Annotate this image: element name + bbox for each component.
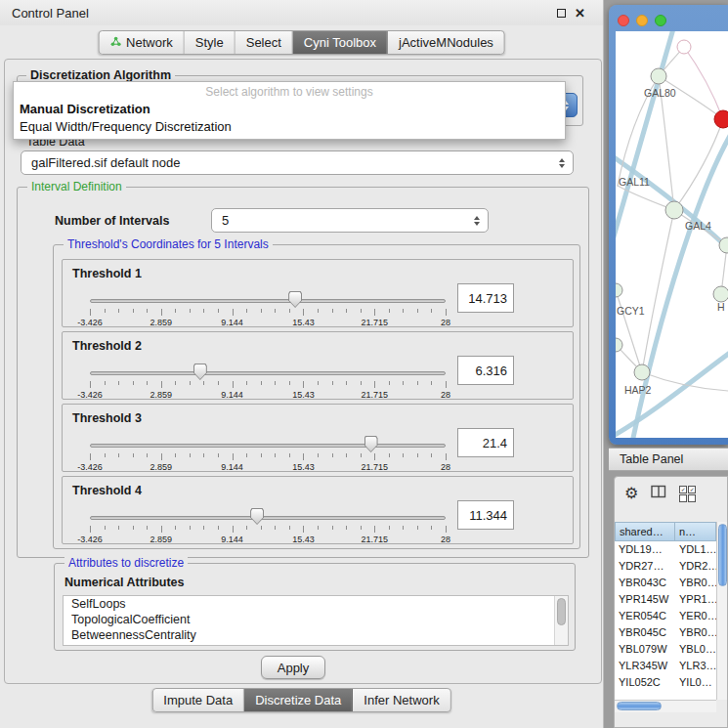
network-node[interactable]: [651, 68, 666, 84]
minimize-traffic-light-icon[interactable]: [636, 15, 648, 26]
table-row[interactable]: YBR045CYBR0…: [615, 624, 716, 641]
network-canvas[interactable]: GAL80GAL11GAL4GCY1HHAP2: [616, 31, 728, 438]
network-node[interactable]: [713, 286, 728, 302]
close-traffic-light-icon[interactable]: [618, 15, 629, 26]
table-panel-titlebar[interactable]: Table Panel: [609, 448, 728, 471]
columns-icon[interactable]: [651, 485, 666, 502]
slider-track[interactable]: [90, 371, 446, 375]
threshold-slider[interactable]: -3.4262.8599.14415.4321.71528: [90, 506, 446, 543]
zoom-traffic-light-icon[interactable]: [655, 15, 666, 26]
tab-select[interactable]: Select: [236, 31, 293, 54]
table-cell[interactable]: YDL1…: [675, 541, 716, 558]
attribute-item[interactable]: TopologicalCoefficient: [64, 612, 568, 627]
column-header[interactable]: n…: [675, 522, 716, 541]
select-columns-icon[interactable]: ✓ ✓: [679, 486, 696, 502]
network-node[interactable]: [616, 283, 622, 297]
tab-style[interactable]: Style: [185, 31, 236, 54]
table-row[interactable]: YER054CYER0…: [615, 608, 716, 624]
table-cell[interactable]: YBL079W: [615, 641, 675, 658]
table-row[interactable]: YLR345WYLR3…: [615, 658, 716, 674]
network-edge[interactable]: [616, 31, 674, 250]
table-cell[interactable]: YDL19…: [615, 541, 675, 558]
tab-impute-data[interactable]: Impute Data: [152, 689, 244, 711]
table-cell[interactable]: YBR045C: [615, 624, 675, 641]
threshold-slider[interactable]: -3.4262.8599.14415.4321.71528: [90, 434, 446, 471]
gear-icon[interactable]: ⚙: [624, 486, 638, 501]
attribute-item[interactable]: BetweennessCentrality: [64, 627, 568, 643]
algorithm-option[interactable]: Manual Discretization: [14, 101, 565, 118]
network-edge[interactable]: [616, 290, 642, 372]
network-edge[interactable]: [684, 47, 723, 119]
tab-cyni-toolbox[interactable]: Cyni Toolbox: [293, 31, 388, 54]
tab-discretize-data[interactable]: Discretize Data: [244, 689, 353, 711]
slider-thumb[interactable]: [193, 364, 207, 380]
tick-label-row: -3.4262.8599.14415.4321.71528: [90, 390, 446, 400]
table-row[interactable]: YDL19…YDL1…: [615, 541, 716, 558]
scrollbar-thumb[interactable]: [557, 598, 566, 625]
column-header[interactable]: shared…: [615, 522, 675, 541]
attribute-item[interactable]: SelfLoops: [64, 596, 568, 612]
threshold-value-field[interactable]: 14.713: [457, 283, 514, 313]
network-node[interactable]: [665, 201, 683, 219]
table-horizontal-scrollbar[interactable]: [615, 700, 716, 712]
table-cell[interactable]: YER054C: [615, 608, 675, 624]
threshold-value-field[interactable]: 11.344: [457, 500, 514, 530]
threshold-slider[interactable]: -3.4262.8599.14415.4321.71528: [90, 362, 446, 399]
algorithm-placeholder-option[interactable]: Select algorithm to view settings: [14, 84, 565, 101]
table-cell[interactable]: YLR3…: [675, 658, 716, 674]
table-data-select[interactable]: galFiltered.sif default node: [21, 150, 574, 175]
slider-thumb[interactable]: [250, 508, 264, 525]
close-icon[interactable]: ✕: [575, 7, 585, 20]
number-of-intervals-select[interactable]: 5: [211, 208, 489, 233]
table-cell[interactable]: YIL052C: [615, 674, 675, 691]
apply-button[interactable]: Apply: [261, 656, 325, 679]
threshold-value-field[interactable]: 6.316: [457, 356, 514, 385]
network-icon: [109, 35, 121, 50]
network-node[interactable]: [677, 40, 691, 54]
tab-jactivemnodules[interactable]: jActiveMNodules: [388, 31, 504, 54]
network-view-window[interactable]: GAL80GAL11GAL4GCY1HHAP2: [609, 5, 728, 445]
network-node[interactable]: [616, 338, 622, 352]
tick-mark: [147, 453, 148, 457]
table-cell[interactable]: YDR2…: [675, 558, 716, 575]
slider-thumb[interactable]: [288, 291, 302, 308]
table-row[interactable]: YDR27…YDR2…: [615, 558, 716, 575]
table-cell[interactable]: YPR1…: [675, 591, 716, 608]
table-cell[interactable]: YER0…: [675, 608, 716, 624]
network-canvas-svg[interactable]: GAL80GAL11GAL4GCY1HHAP2: [616, 31, 728, 438]
float-window-icon[interactable]: [557, 9, 566, 18]
algorithm-option[interactable]: Equal Width/Frequency Discretization: [14, 118, 565, 136]
slider-thumb[interactable]: [364, 436, 378, 452]
threshold-slider[interactable]: -3.4262.8599.14415.4321.71528: [90, 289, 446, 326]
table-cell[interactable]: YLR345W: [615, 658, 675, 674]
tick-label: 15.43: [292, 318, 315, 327]
table-cell[interactable]: YIL0…: [675, 674, 716, 691]
tab-infer-network[interactable]: Infer Network: [353, 689, 450, 711]
network-node[interactable]: [634, 364, 650, 380]
scrollbar-thumb[interactable]: [617, 702, 662, 710]
table-row[interactable]: YBR043CYBR0…: [615, 575, 716, 591]
scrollbar-thumb[interactable]: [718, 524, 727, 586]
table-row[interactable]: YPR145WYPR1…: [615, 591, 716, 608]
numerical-attributes-list[interactable]: SelfLoopsTopologicalCoefficientBetweenne…: [63, 595, 569, 646]
table-row[interactable]: YBL079WYBL0…: [615, 641, 716, 658]
slider-track[interactable]: [90, 444, 446, 448]
slider-track[interactable]: [90, 299, 446, 303]
slider-thumb-face: [194, 364, 206, 379]
table-data-value: galFiltered.sif default node: [31, 155, 180, 170]
control-panel-titlebar[interactable]: Control Panel ✕: [0, 0, 603, 25]
table-cell[interactable]: YBR0…: [675, 575, 716, 591]
network-node[interactable]: [714, 110, 728, 128]
table-vertical-scrollbar[interactable]: [716, 522, 728, 700]
table-cell[interactable]: YPR145W: [615, 591, 675, 608]
slider-track[interactable]: [90, 516, 446, 520]
tab-network[interactable]: Network: [99, 31, 185, 54]
table-cell[interactable]: YDR27…: [615, 558, 675, 575]
table-row[interactable]: YIL052CYIL0…: [615, 674, 716, 691]
attributes-scrollbar[interactable]: [554, 596, 568, 645]
table-cell[interactable]: YBR0…: [675, 624, 716, 641]
table-cell[interactable]: YBR043C: [615, 575, 675, 591]
tick-mark: [389, 453, 390, 457]
threshold-value-field[interactable]: 21.4: [457, 428, 514, 457]
table-cell[interactable]: YBL0…: [675, 641, 716, 658]
